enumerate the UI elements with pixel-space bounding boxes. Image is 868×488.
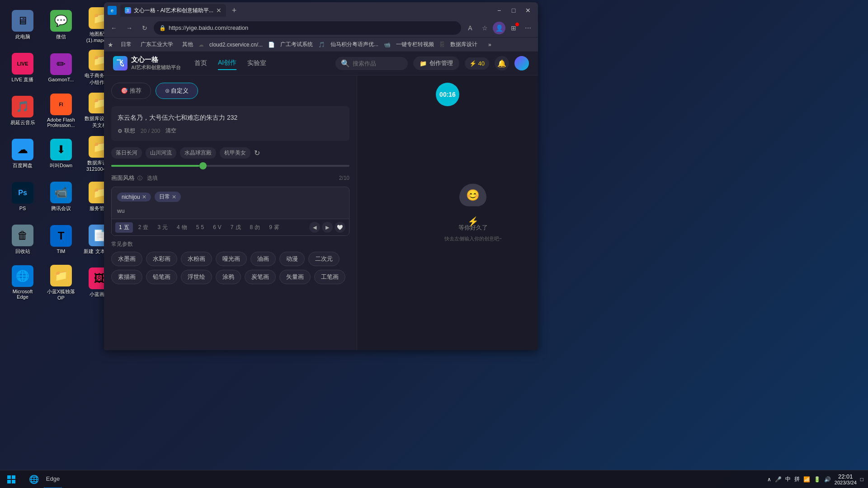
suggestion-gouache[interactable]: 水粉画 <box>181 252 212 266</box>
bookmark-db[interactable]: 数据库设计 <box>447 39 481 50</box>
close-btn[interactable]: ✕ <box>522 4 534 17</box>
scroll-item-5[interactable]: 6 V <box>209 223 225 232</box>
icon-tim[interactable]: T TIM <box>43 219 79 260</box>
create-manage-btn[interactable]: 📁 创作管理 <box>413 56 459 70</box>
taskbar-input-mode[interactable]: 拼 <box>794 475 800 483</box>
icon-gaomon[interactable]: ✏ GaomonT... <box>43 47 79 88</box>
icon-wechat[interactable]: 💬 微信 <box>43 5 79 45</box>
style-search-input[interactable] <box>112 207 349 219</box>
slider-track[interactable] <box>111 165 349 167</box>
start-btn[interactable] <box>0 470 23 488</box>
minimize-btn[interactable]: − <box>493 4 505 17</box>
icon-live[interactable]: LIVE LIVE 直播 <box>5 47 41 88</box>
bookmark-cloud[interactable]: cloud2.cxservice.cn/... <box>206 40 266 49</box>
icon-163music[interactable]: 🎵 易延云音乐 <box>5 90 41 131</box>
taskbar-edge-icon[interactable]: 🌐 <box>25 470 43 488</box>
more-btn[interactable]: ⋯ <box>522 22 534 34</box>
scroll-item-0[interactable]: 1 五 <box>115 222 133 233</box>
taskbar-battery-icon[interactable]: 🔋 <box>814 476 821 483</box>
scroll-item-7[interactable]: 8 勿 <box>246 222 264 233</box>
icon-baidu[interactable]: ☁ 百度网盘 <box>5 133 41 174</box>
maximize-btn[interactable]: □ <box>507 4 520 17</box>
search-input[interactable] <box>353 60 402 67</box>
icon-bluecat[interactable]: 📁 小蓝X狐独落OP <box>43 262 79 303</box>
avatar-btn[interactable] <box>514 56 529 70</box>
suggestion-graffiti[interactable]: 涂鸦 <box>216 270 241 284</box>
suggestion-pencil[interactable]: 铅笔画 <box>146 270 177 284</box>
scroll-heart-btn[interactable]: 🤍 <box>335 222 345 233</box>
suggestion-2d[interactable]: 二次元 <box>308 252 340 266</box>
new-tab-btn[interactable]: + <box>228 4 241 17</box>
suggestion-matte[interactable]: 哑光画 <box>216 252 247 266</box>
bookmark-other[interactable]: 其他 <box>179 39 197 50</box>
nav-home[interactable]: 首页 <box>194 57 207 70</box>
bell-btn[interactable]: 🔔 <box>495 56 509 70</box>
refresh-btn[interactable]: ↻ <box>138 22 151 34</box>
tag-0[interactable]: 落日长河 <box>111 147 142 159</box>
profile-btn[interactable]: 👤 <box>493 22 505 34</box>
bookmark-more[interactable]: » <box>485 40 495 49</box>
address-bar[interactable]: 🔒 https://yige.baidu.com/creation <box>154 21 461 35</box>
style-tag-daily[interactable]: 日常 ✕ <box>155 192 181 202</box>
taskbar-datetime[interactable]: 22:01 2023/3/24 <box>835 473 857 485</box>
tag-1[interactable]: 山川河流 <box>146 147 176 159</box>
scroll-item-1[interactable]: 2 壹 <box>135 222 152 233</box>
forward-btn[interactable]: → <box>123 22 136 34</box>
back-btn[interactable]: ← <box>108 22 120 34</box>
taskbar-mic-icon[interactable]: 🎤 <box>775 476 782 483</box>
suggestion-oil[interactable]: 油画 <box>250 252 276 266</box>
tab-close-btn[interactable]: ✕ <box>216 7 222 14</box>
scroll-item-4[interactable]: 5 5 <box>193 223 208 232</box>
search-box[interactable]: 🔍 <box>335 57 408 70</box>
tag-refresh-btn[interactable]: ↻ <box>254 149 260 157</box>
nav-ai-create[interactable]: AI创作 <box>218 56 236 70</box>
browser-tab-active[interactable]: 文 文心一格 - AI艺术和创意辅助平... ✕ <box>120 4 226 17</box>
bookmark-gdut[interactable]: 广东工业大学 <box>137 39 177 50</box>
suggestion-anime[interactable]: 动漫 <box>279 252 305 266</box>
icon-edge[interactable]: 🌐 Microsoft Edge <box>5 262 41 303</box>
scroll-next-btn[interactable]: ▶ <box>322 222 333 233</box>
style-tag-nichijou[interactable]: nichijou ✕ <box>117 192 151 202</box>
site-logo[interactable]: 飞 文心一格 AI艺术和创意辅助平台 <box>113 56 181 71</box>
suggestion-sketch[interactable]: 素描画 <box>111 270 142 284</box>
taskbar-notification-icon[interactable]: □ <box>860 476 863 483</box>
clear-btn[interactable]: 清空 <box>165 127 176 135</box>
bookmark-daily[interactable]: 日常 <box>117 39 135 50</box>
scroll-item-2[interactable]: 3 元 <box>154 222 171 233</box>
translate-icon[interactable]: A <box>464 22 476 34</box>
tab-recommend[interactable]: 🎯 推荐 <box>111 83 151 99</box>
nav-lab[interactable]: 实验室 <box>247 57 266 70</box>
icon-ps[interactable]: Ps PS <box>5 176 41 217</box>
scroll-prev-btn[interactable]: ◀ <box>309 222 320 233</box>
suggestion-watercolor[interactable]: 水彩画 <box>146 252 177 266</box>
icon-diandian[interactable]: ⬇ 叫叫Down <box>43 133 79 174</box>
bookmark-video[interactable]: 一键专栏转视频 <box>392 39 438 50</box>
taskbar-hide-icon[interactable]: ∧ <box>767 476 771 483</box>
tag-2[interactable]: 水晶球宫殿 <box>180 147 216 159</box>
suggestion-gongbi[interactable]: 工笔画 <box>314 270 345 284</box>
style-tag-remove-1[interactable]: ✕ <box>172 194 176 200</box>
bookmark-exam[interactable]: 广工考试系统 <box>277 39 316 50</box>
scroll-item-8[interactable]: 9 雾 <box>265 222 283 233</box>
icon-computer[interactable]: 🖥 此电脑 <box>5 5 41 45</box>
icon-tencent[interactable]: 📹 腾讯会议 <box>43 176 79 217</box>
extensions-btn[interactable]: ⊞ <box>507 22 520 34</box>
tab-custom[interactable]: ⊙ 自定义 <box>156 83 198 99</box>
taskbar-browser-active[interactable]: Edge <box>44 470 62 488</box>
icon-adobe[interactable]: Fl Adobe Flash Profession... <box>43 90 79 131</box>
slider-thumb[interactable] <box>199 162 207 169</box>
points-btn[interactable]: ⚡ 40 <box>465 57 489 70</box>
taskbar-volume-icon[interactable]: 🔊 <box>824 476 831 483</box>
tag-3[interactable]: 机甲美女 <box>220 147 250 159</box>
style-tag-remove-0[interactable]: ✕ <box>142 194 146 200</box>
suggestion-charcoal[interactable]: 炭笔画 <box>245 270 276 284</box>
suggestion-ukiyo[interactable]: 浮世绘 <box>181 270 212 284</box>
favorites-icon[interactable]: ☆ <box>478 22 491 34</box>
scroll-item-3[interactable]: 4 物 <box>173 222 191 233</box>
taskbar-wifi-icon[interactable]: 📶 <box>803 476 810 483</box>
suggestion-vector[interactable]: 矢量画 <box>279 270 311 284</box>
bookmark-voice[interactable]: 仙马积分粤语声优... <box>327 39 382 50</box>
taskbar-lang-zh[interactable]: 中 <box>785 475 791 483</box>
suggestion-ink[interactable]: 水墨画 <box>111 252 142 266</box>
scroll-item-6[interactable]: 7 戊 <box>227 222 245 233</box>
